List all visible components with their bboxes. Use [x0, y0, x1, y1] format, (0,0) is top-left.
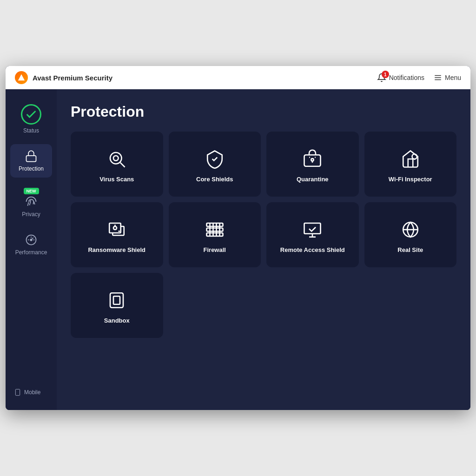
card-remote-access-shield[interactable]: Remote Access Shield [266, 202, 359, 267]
protection-label: Protection [19, 165, 44, 172]
svg-rect-18 [206, 233, 223, 236]
header: Avast Premium Security 1 Notifications [6, 66, 470, 89]
firewall-icon [205, 220, 225, 239]
main-content: Protection Virus Scans [57, 89, 470, 410]
svg-point-8 [110, 152, 122, 164]
card-firewall[interactable]: Firewall [169, 202, 261, 267]
header-left: Avast Premium Security [15, 71, 112, 84]
status-label: Status [23, 127, 39, 134]
wifi-inspector-icon [401, 149, 420, 169]
sidebar: Status Protection NEW [6, 89, 57, 410]
status-check-icon [21, 104, 41, 125]
card-virus-scans[interactable]: Virus Scans [71, 132, 163, 197]
bell-icon-wrap: 1 [377, 73, 386, 82]
card-sandbox[interactable]: Sandbox [71, 273, 163, 338]
virus-scans-icon [107, 149, 126, 169]
notifications-label: Notifications [389, 74, 424, 81]
svg-rect-3 [26, 156, 36, 162]
svg-point-5 [30, 239, 32, 241]
card-virus-scans-label: Virus Scans [99, 175, 134, 184]
card-quarantine-label: Quarantine [297, 175, 329, 184]
header-right: 1 Notifications Menu [377, 73, 461, 82]
svg-rect-29 [113, 296, 120, 304]
card-wifi-inspector-label: Wi-Fi Inspector [389, 175, 432, 184]
notifications-button[interactable]: 1 Notifications [377, 73, 424, 82]
privacy-label: Privacy [22, 211, 40, 218]
lock-icon [25, 150, 38, 163]
core-shields-icon [205, 149, 225, 169]
svg-point-13 [412, 154, 417, 159]
card-core-shields[interactable]: Core Shields [169, 132, 261, 197]
card-quarantine[interactable]: Quarantine [266, 132, 359, 197]
svg-point-12 [311, 159, 314, 161]
svg-point-10 [113, 156, 119, 161]
sidebar-item-status[interactable]: Status [10, 99, 52, 139]
svg-rect-16 [206, 223, 223, 226]
sidebar-item-privacy[interactable]: NEW Privacy [10, 182, 52, 223]
menu-button[interactable]: Menu [434, 73, 461, 82]
svg-rect-23 [304, 223, 321, 234]
menu-label: Menu [445, 74, 461, 81]
new-badge: NEW [24, 188, 39, 194]
card-ransomware-shield[interactable]: Ransomware Shield [71, 202, 163, 267]
card-real-site-label: Real Site [397, 246, 423, 254]
sidebar-item-mobile[interactable]: Mobile [10, 384, 52, 401]
svg-rect-28 [110, 293, 123, 308]
card-wifi-inspector[interactable]: Wi-Fi Inspector [364, 132, 457, 197]
speedometer-icon [25, 233, 38, 246]
avast-logo [15, 71, 28, 84]
sidebar-item-protection[interactable]: Protection [10, 144, 52, 178]
page-title: Protection [71, 103, 456, 120]
remote-access-icon [303, 220, 322, 239]
card-sandbox-label: Sandbox [104, 317, 130, 325]
card-real-site[interactable]: Real Site [364, 202, 457, 267]
app-title: Avast Premium Security [33, 74, 112, 82]
mobile-label: Mobile [24, 389, 40, 396]
svg-point-15 [113, 226, 117, 230]
card-remote-access-label: Remote Access Shield [280, 246, 345, 254]
mobile-icon [14, 389, 21, 396]
svg-rect-6 [15, 389, 20, 395]
notification-badge: 1 [382, 71, 389, 78]
sandbox-icon [107, 291, 126, 310]
quarantine-icon [303, 149, 322, 169]
svg-line-9 [120, 163, 125, 167]
app-body: Status Protection NEW [6, 89, 470, 410]
hamburger-icon [434, 73, 442, 82]
protection-grid: Virus Scans Core Shields [71, 132, 456, 338]
ransomware-shield-icon [107, 220, 126, 239]
performance-label: Performance [15, 249, 47, 256]
real-site-icon [401, 220, 420, 239]
sidebar-item-performance[interactable]: Performance [10, 228, 52, 261]
card-core-shields-label: Core Shields [196, 175, 233, 184]
app-window: Avast Premium Security 1 Notifications [6, 66, 470, 410]
svg-rect-17 [206, 228, 223, 231]
fingerprint-icon [25, 195, 38, 208]
card-firewall-label: Firewall [204, 246, 226, 254]
card-ransomware-shield-label: Ransomware Shield [88, 246, 145, 254]
